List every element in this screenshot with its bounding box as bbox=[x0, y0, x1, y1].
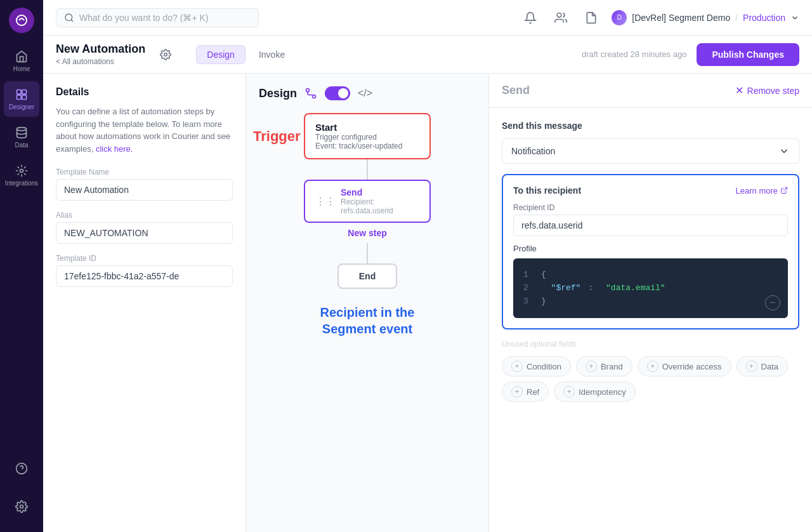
svg-point-9 bbox=[20, 505, 23, 509]
optional-tag-data[interactable]: + Data bbox=[737, 356, 788, 376]
design-header: Design </> bbox=[259, 86, 476, 100]
sidebar-item-data[interactable]: Data bbox=[4, 119, 39, 155]
plus-icon: + bbox=[511, 386, 523, 397]
app-logo[interactable] bbox=[9, 8, 34, 33]
optional-tags: + Condition + Brand + Override access + … bbox=[502, 356, 799, 402]
drag-handle-icon: ⋮⋮ bbox=[315, 196, 336, 208]
start-block-line1: Trigger configured bbox=[315, 133, 419, 142]
template-id-input[interactable] bbox=[56, 265, 233, 287]
trigger-wrapper: Trigger Start Trigger configured Event: … bbox=[304, 113, 431, 159]
sidebar-item-settings[interactable] bbox=[4, 489, 39, 524]
plus-icon: + bbox=[586, 361, 597, 372]
sidebar-item-data-label: Data bbox=[15, 142, 28, 149]
optional-tag-ref[interactable]: + Ref bbox=[502, 382, 549, 402]
svg-point-12 bbox=[557, 13, 561, 17]
docs-icon[interactable] bbox=[581, 8, 601, 28]
notification-select[interactable]: Notification bbox=[502, 138, 799, 164]
notifications-icon[interactable] bbox=[520, 8, 540, 28]
click-here-link[interactable]: click here. bbox=[96, 144, 133, 154]
code-icon[interactable]: </> bbox=[358, 88, 372, 99]
close-icon: ✕ bbox=[735, 84, 743, 96]
flow-icon bbox=[304, 87, 317, 100]
publish-button[interactable]: Publish Changes bbox=[697, 43, 799, 66]
chevron-down-icon bbox=[778, 145, 790, 157]
connector-1 bbox=[367, 159, 368, 180]
learn-more-link[interactable]: Learn more bbox=[736, 186, 788, 196]
page-header: New Automation < All automations Design … bbox=[43, 36, 812, 74]
sidebar-item-home[interactable]: Home bbox=[4, 43, 39, 79]
sidebar-item-integrations[interactable]: Integrations bbox=[4, 157, 39, 193]
search-bar[interactable]: What do you want to do? (⌘+ K) bbox=[56, 8, 259, 27]
recipient-id-input[interactable] bbox=[513, 215, 788, 236]
users-icon[interactable] bbox=[551, 8, 571, 28]
optional-tag-condition[interactable]: + Condition bbox=[502, 356, 571, 376]
learn-more-label: Learn more bbox=[736, 186, 778, 196]
connector-2 bbox=[367, 243, 368, 263]
page-tabs: Design Invoke bbox=[196, 45, 296, 64]
search-icon bbox=[64, 13, 74, 23]
recipient-id-label: Recipient ID bbox=[513, 203, 788, 212]
tag-label-override-access: Override access bbox=[662, 362, 722, 371]
back-link[interactable]: < All automations bbox=[56, 57, 145, 66]
start-block[interactable]: Start Trigger configured Event: track/us… bbox=[304, 113, 431, 159]
flow-container: Trigger Start Trigger configured Event: … bbox=[259, 113, 476, 337]
send-block-subtitle: Recipient: refs.data.userid bbox=[341, 197, 419, 215]
svg-point-15 bbox=[313, 95, 316, 98]
environment-name: Production bbox=[743, 13, 785, 23]
tag-label-ref: Ref bbox=[527, 387, 539, 397]
template-id-field: Template ID bbox=[56, 254, 233, 287]
plus-icon: + bbox=[746, 361, 757, 372]
automation-settings-icon[interactable] bbox=[155, 44, 176, 65]
left-panel: Details You can define a list of automat… bbox=[43, 74, 246, 532]
right-panel-title: Send bbox=[502, 84, 530, 97]
svg-point-0 bbox=[16, 15, 27, 25]
send-this-message-label: Send this message bbox=[502, 121, 799, 131]
profile-code-block: 1 { 2 "$ref": "data.email" 3 } − bbox=[513, 258, 788, 318]
alias-input[interactable] bbox=[56, 222, 233, 244]
end-block: End bbox=[337, 263, 397, 289]
optional-tag-brand[interactable]: + Brand bbox=[576, 356, 632, 376]
toggle-switch[interactable] bbox=[325, 86, 350, 100]
sidebar-item-help[interactable] bbox=[4, 451, 39, 486]
send-block-title: Send bbox=[341, 187, 419, 197]
svg-rect-1 bbox=[17, 90, 22, 94]
optional-tag-idempotency[interactable]: + Idempotency bbox=[554, 382, 635, 402]
details-title: Details bbox=[56, 86, 233, 98]
template-name-field: Template Name bbox=[56, 168, 233, 201]
plus-icon: + bbox=[511, 361, 523, 372]
plus-icon: + bbox=[563, 386, 575, 397]
topbar-right: D [DevRel] Segment Demo / Production bbox=[520, 8, 799, 28]
design-canvas-title: Design bbox=[259, 87, 297, 100]
topbar: What do you want to do? (⌘+ K) D [DevRel… bbox=[43, 0, 812, 36]
svg-line-11 bbox=[71, 20, 73, 22]
optional-tag-override-access[interactable]: + Override access bbox=[638, 356, 731, 376]
env-separator: / bbox=[735, 13, 738, 23]
sidebar-item-home-label: Home bbox=[13, 65, 30, 72]
external-link-icon bbox=[780, 187, 788, 194]
right-panel-body: Send this message Notification To this r… bbox=[489, 108, 812, 415]
start-block-title: Start bbox=[315, 122, 419, 133]
remove-profile-button[interactable]: − bbox=[765, 295, 780, 310]
code-line-3: 3 } bbox=[523, 295, 778, 309]
sidebar-item-designer[interactable]: Designer bbox=[4, 81, 39, 117]
template-name-input[interactable] bbox=[56, 179, 233, 201]
svg-point-6 bbox=[20, 169, 23, 172]
svg-line-16 bbox=[783, 188, 787, 192]
sidebar-item-integrations-label: Integrations bbox=[5, 180, 38, 187]
svg-rect-3 bbox=[17, 95, 22, 99]
new-step-button[interactable]: New step bbox=[348, 223, 386, 243]
send-block[interactable]: ⋮⋮ Send Recipient: refs.data.userid bbox=[304, 180, 431, 223]
alias-label: Alias bbox=[56, 211, 233, 220]
remove-step-button[interactable]: ✕ Remove step bbox=[735, 84, 799, 96]
remove-step-label: Remove step bbox=[747, 86, 799, 96]
recipient-annotation: Recipient in theSegment event bbox=[320, 304, 415, 337]
alias-field: Alias bbox=[56, 211, 233, 244]
details-description: You can define a list of automation step… bbox=[56, 105, 233, 155]
workspace-selector[interactable]: D [DevRel] Segment Demo / Production bbox=[612, 10, 799, 25]
tab-invoke[interactable]: Invoke bbox=[248, 45, 296, 64]
tab-design[interactable]: Design bbox=[196, 45, 246, 64]
search-placeholder: What do you want to do? (⌘+ K) bbox=[79, 13, 209, 23]
sidebar-item-designer-label: Designer bbox=[9, 103, 34, 110]
workspace-name: [DevRel] Segment Demo bbox=[632, 13, 730, 23]
svg-rect-2 bbox=[22, 90, 27, 94]
